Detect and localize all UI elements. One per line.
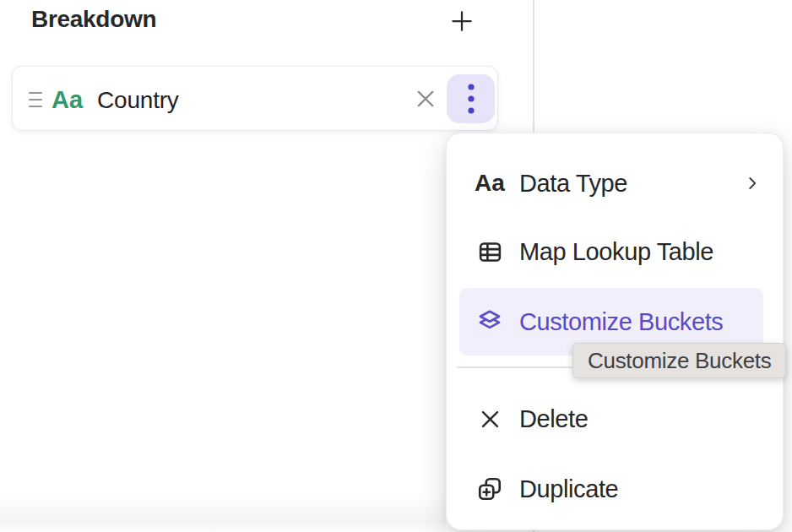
add-breakdown-button[interactable]: [447, 6, 477, 36]
field-name-label: Country: [97, 87, 179, 114]
menu-item-label: Data Type: [519, 170, 627, 198]
menu-item-map-lookup-table[interactable]: Map Lookup Table: [459, 218, 772, 285]
close-icon: [415, 88, 437, 110]
customize-buckets-tooltip: Customize Buckets: [572, 343, 786, 378]
field-options-context-menu: Aa Data Type Map Lookup Table: [446, 133, 784, 530]
kebab-menu-icon: [467, 83, 475, 115]
breakdown-panel: Breakdown Aa Country Aa Data Type: [0, 0, 792, 532]
lookup-table-icon: [474, 236, 506, 268]
page-title: Breakdown: [31, 6, 156, 33]
menu-item-delete[interactable]: Delete: [459, 385, 772, 453]
stacked-buckets-icon: [474, 306, 506, 338]
field-more-options-button[interactable]: [447, 74, 495, 123]
menu-item-label: Customize Buckets: [519, 308, 723, 336]
text-type-icon: Aa: [475, 170, 505, 197]
plus-icon: [449, 8, 475, 34]
remove-field-button[interactable]: [404, 78, 447, 120]
chevron-right-icon: [743, 174, 762, 193]
menu-item-label: Duplicate: [519, 475, 618, 503]
menu-item-duplicate[interactable]: Duplicate: [459, 455, 772, 523]
duplicate-copy-icon: [474, 473, 506, 505]
breakdown-field-card[interactable]: Aa Country: [12, 66, 498, 131]
panel-bottom-edge: [0, 493, 446, 532]
menu-item-label: Map Lookup Table: [519, 238, 713, 266]
menu-item-data-type[interactable]: Aa Data Type: [459, 149, 772, 217]
menu-item-label: Delete: [519, 405, 588, 433]
delete-x-icon: [474, 403, 506, 435]
drag-handle-icon[interactable]: [29, 92, 42, 107]
data-type-icon: Aa: [52, 86, 83, 114]
